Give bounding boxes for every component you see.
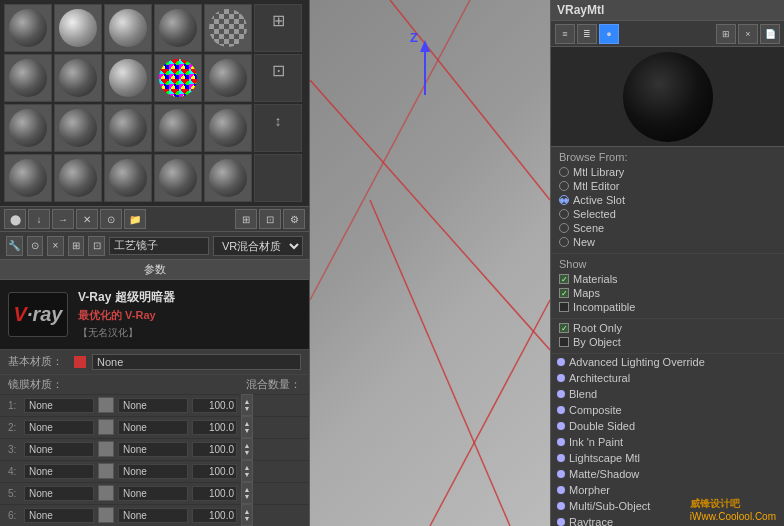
radio-scene[interactable]: Scene bbox=[559, 221, 776, 235]
base-mat-value[interactable]: None bbox=[92, 354, 301, 370]
mat-slot2-2[interactable]: None bbox=[118, 420, 188, 435]
mat-list-item-3[interactable]: Composite bbox=[551, 402, 784, 418]
thumb-24[interactable] bbox=[254, 154, 302, 202]
radio-mtl-editor-btn[interactable] bbox=[559, 181, 569, 191]
paste-icon[interactable]: ⊡ bbox=[88, 236, 105, 256]
thumb-14[interactable] bbox=[54, 104, 102, 152]
radio-active-slot-btn[interactable] bbox=[559, 195, 569, 205]
thumb-11[interactable] bbox=[204, 54, 252, 102]
amount-input-4[interactable]: 100.0 bbox=[192, 464, 237, 479]
radio-active-slot[interactable]: Active Slot bbox=[559, 193, 776, 207]
mat-list-item-1[interactable]: Architectural bbox=[551, 370, 784, 386]
horizontal-icon[interactable]: ⊞ bbox=[235, 209, 257, 229]
tool-icon[interactable]: 🔧 bbox=[6, 236, 23, 256]
make-unique-btn[interactable]: ⊙ bbox=[100, 209, 122, 229]
panel-btn-3[interactable]: ● bbox=[599, 24, 619, 44]
thumb-20[interactable] bbox=[54, 154, 102, 202]
cb-by-object-box[interactable] bbox=[559, 337, 569, 347]
base-mat-color-btn[interactable] bbox=[74, 356, 86, 368]
amount-input-5[interactable]: 100.0 bbox=[192, 486, 237, 501]
mat-list-item-7[interactable]: Matte/Shadow bbox=[551, 466, 784, 482]
cb-root-only-box[interactable] bbox=[559, 323, 569, 333]
amount-input-2[interactable]: 100.0 bbox=[192, 420, 237, 435]
radio-selected[interactable]: Selected bbox=[559, 207, 776, 221]
spin-btn-3[interactable]: ▲ ▼ bbox=[241, 438, 253, 460]
mat-list-item-4[interactable]: Double Sided bbox=[551, 418, 784, 434]
spin-btn-4[interactable]: ▲ ▼ bbox=[241, 460, 253, 482]
panel-btn-1[interactable]: ≡ bbox=[555, 24, 575, 44]
mat-slot1-4[interactable]: None bbox=[24, 464, 94, 479]
mat-slot2-5[interactable]: None bbox=[118, 486, 188, 501]
mat-slot2-6[interactable]: None bbox=[118, 508, 188, 523]
cb-by-object[interactable]: By Object bbox=[559, 335, 776, 349]
cb-incompatible[interactable]: Incompatible bbox=[559, 300, 776, 314]
mat-list-item-8[interactable]: Morpher bbox=[551, 482, 784, 498]
thumb-12[interactable]: ⊡ bbox=[254, 54, 302, 102]
put-to-library-btn[interactable]: 📁 bbox=[124, 209, 146, 229]
mat-list-item-6[interactable]: Lightscape Mtl bbox=[551, 450, 784, 466]
vertical-icon[interactable]: ⊡ bbox=[259, 209, 281, 229]
get-material-btn[interactable]: ⬤ bbox=[4, 209, 26, 229]
radio-mtl-library-btn[interactable] bbox=[559, 167, 569, 177]
reset-map-btn[interactable]: ✕ bbox=[76, 209, 98, 229]
thumb-5[interactable] bbox=[204, 4, 252, 52]
color-swatch-4[interactable] bbox=[98, 463, 114, 479]
thumb-13[interactable] bbox=[4, 104, 52, 152]
spin-btn-2[interactable]: ▲ ▼ bbox=[241, 416, 253, 438]
thumb-18[interactable]: ↕ bbox=[254, 104, 302, 152]
radio-mtl-library[interactable]: Mtl Library bbox=[559, 165, 776, 179]
mat-list-item-2[interactable]: Blend bbox=[551, 386, 784, 402]
amount-input-3[interactable]: 100.0 bbox=[192, 442, 237, 457]
radio-new[interactable]: New bbox=[559, 235, 776, 249]
viewport[interactable]: Z bbox=[310, 0, 550, 526]
cb-materials-box[interactable] bbox=[559, 274, 569, 284]
delete-icon[interactable]: × bbox=[47, 236, 64, 256]
thumb-4[interactable] bbox=[154, 4, 202, 52]
color-swatch-1[interactable] bbox=[98, 397, 114, 413]
material-type-select[interactable]: VR混合材质 bbox=[213, 236, 303, 256]
material-name-input[interactable]: 工艺镜子 bbox=[109, 237, 209, 255]
thumb-15[interactable] bbox=[104, 104, 152, 152]
thumb-21[interactable] bbox=[104, 154, 152, 202]
mat-slot1-1[interactable]: None bbox=[24, 398, 94, 413]
thumb-9[interactable] bbox=[104, 54, 152, 102]
color-swatch-3[interactable] bbox=[98, 441, 114, 457]
mat-slot1-3[interactable]: None bbox=[24, 442, 94, 457]
cb-root-only[interactable]: Root Only bbox=[559, 321, 776, 335]
amount-input-6[interactable]: 100.0 bbox=[192, 508, 237, 523]
mat-slot1-6[interactable]: None bbox=[24, 508, 94, 523]
thumb-6[interactable]: ⊞ bbox=[254, 4, 302, 52]
thumb-1[interactable] bbox=[4, 4, 52, 52]
thumb-16[interactable] bbox=[154, 104, 202, 152]
mat-slot2-1[interactable]: None bbox=[118, 398, 188, 413]
color-swatch-6[interactable] bbox=[98, 507, 114, 523]
panel-btn-2[interactable]: ≣ bbox=[577, 24, 597, 44]
eye-icon[interactable]: ⊙ bbox=[27, 236, 44, 256]
spin-btn-6[interactable]: ▲ ▼ bbox=[241, 504, 253, 526]
panel-btn-4[interactable]: ⊞ bbox=[716, 24, 736, 44]
thumb-23[interactable] bbox=[204, 154, 252, 202]
color-swatch-5[interactable] bbox=[98, 485, 114, 501]
thumb-3[interactable] bbox=[104, 4, 152, 52]
cb-maps[interactable]: Maps bbox=[559, 286, 776, 300]
thumb-19[interactable] bbox=[4, 154, 52, 202]
panel-btn-6[interactable]: 📄 bbox=[760, 24, 780, 44]
thumb-10[interactable] bbox=[154, 54, 202, 102]
assign-material-btn[interactable]: → bbox=[52, 209, 74, 229]
thumb-8[interactable] bbox=[54, 54, 102, 102]
thumb-22[interactable] bbox=[154, 154, 202, 202]
mat-list-item-0[interactable]: Advanced Lighting Override bbox=[551, 354, 784, 370]
mat-slot1-2[interactable]: None bbox=[24, 420, 94, 435]
mat-slot2-4[interactable]: None bbox=[118, 464, 188, 479]
radio-selected-btn[interactable] bbox=[559, 209, 569, 219]
spin-btn-1[interactable]: ▲ ▼ bbox=[241, 394, 253, 416]
radio-scene-btn[interactable] bbox=[559, 223, 569, 233]
mat-slot1-5[interactable]: None bbox=[24, 486, 94, 501]
cb-incompatible-box[interactable] bbox=[559, 302, 569, 312]
amount-input-1[interactable]: 100.0 bbox=[192, 398, 237, 413]
thumb-17[interactable] bbox=[204, 104, 252, 152]
copy-icon[interactable]: ⊞ bbox=[68, 236, 85, 256]
color-swatch-2[interactable] bbox=[98, 419, 114, 435]
options-btn[interactable]: ⚙ bbox=[283, 209, 305, 229]
radio-new-btn[interactable] bbox=[559, 237, 569, 247]
